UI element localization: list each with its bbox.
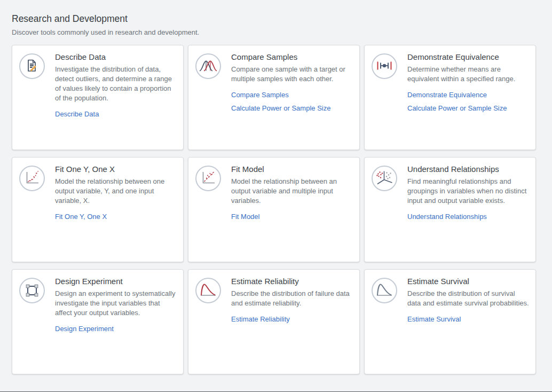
compare-samples-link[interactable]: Compare Samples	[231, 91, 353, 99]
fit-model-link[interactable]: Fit Model	[231, 213, 353, 221]
card-title: Compare Samples	[231, 52, 353, 61]
card-title: Demonstrate Equivalence	[407, 52, 529, 61]
describe-data-link[interactable]: Describe Data	[55, 110, 177, 118]
3d-scatter-icon	[372, 166, 397, 191]
card-describe-data: Describe Data Investigate the distributi…	[12, 45, 184, 150]
understand-relationships-link[interactable]: Understand Relationships	[407, 213, 529, 221]
card-fit-model: Fit Model Model the relationship between…	[188, 157, 360, 262]
card-description: Model the relationship between an output…	[231, 177, 353, 206]
scatter-curve-icon	[19, 166, 45, 191]
demonstrate-equivalence-link[interactable]: Demonstrate Equivalence	[407, 91, 529, 99]
card-description: Determine whether means are equivalent w…	[407, 65, 529, 84]
card-description: Compare one sample with a target or mult…	[231, 65, 353, 84]
card-description: Model the relationship between one outpu…	[55, 177, 177, 206]
card-demonstrate-equivalence: Demonstrate Equivalence Determine whethe…	[364, 45, 536, 150]
document-pencil-icon	[19, 53, 45, 79]
card-description: Describe the distribution of failure dat…	[231, 289, 353, 308]
equivalence-power-link[interactable]: Calculate Power or Sample Size	[407, 104, 529, 112]
card-title: Understand Relationships	[407, 164, 529, 174]
card-description: Design an experiment to systematically i…	[55, 289, 177, 318]
card-design-experiment: Design Experiment Design an experiment t…	[12, 269, 184, 374]
card-title: Fit One Y, One X	[55, 164, 177, 174]
card-description: Investigate the distribution of data, de…	[55, 65, 177, 103]
card-estimate-survival: Estimate Survival Describe the distribut…	[364, 269, 536, 374]
card-title: Fit Model	[231, 164, 353, 174]
fit-one-y-one-x-link[interactable]: Fit One Y, One X	[55, 213, 177, 221]
tool-card-grid: Describe Data Investigate the distributi…	[12, 45, 536, 374]
page-title: Research and Development	[12, 13, 536, 25]
card-understand-relationships: Understand Relationships Find meaningful…	[364, 157, 536, 262]
card-description: Describe the distribution of survival da…	[407, 289, 529, 308]
card-estimate-reliability: Estimate Reliability Describe the distri…	[188, 269, 360, 374]
card-fit-one-y-one-x: Fit One Y, One X Model the relationship …	[12, 157, 184, 262]
estimate-reliability-link[interactable]: Estimate Reliability	[231, 315, 353, 323]
compare-samples-power-link[interactable]: Calculate Power or Sample Size	[231, 104, 353, 112]
doe-square-icon	[19, 278, 45, 303]
research-and-development-page: Research and Development Discover tools …	[0, 0, 552, 374]
card-description: Find meaningful relationships and groupi…	[407, 177, 529, 206]
card-title: Estimate Survival	[407, 277, 529, 286]
estimate-survival-link[interactable]: Estimate Survival	[407, 315, 529, 323]
design-experiment-link[interactable]: Design Experiment	[55, 325, 177, 333]
overlapping-distributions-icon	[195, 53, 221, 79]
card-title: Estimate Reliability	[231, 277, 353, 286]
card-title: Design Experiment	[55, 277, 177, 286]
card-title: Describe Data	[55, 52, 177, 61]
equivalence-interval-icon	[372, 53, 397, 79]
page-subtitle: Discover tools commonly used in research…	[12, 28, 536, 36]
survival-distribution-icon	[372, 278, 397, 303]
scatter-fitline-icon	[195, 166, 221, 191]
card-compare-samples: Compare Samples Compare one sample with …	[188, 45, 360, 150]
failure-distribution-icon	[195, 278, 221, 303]
